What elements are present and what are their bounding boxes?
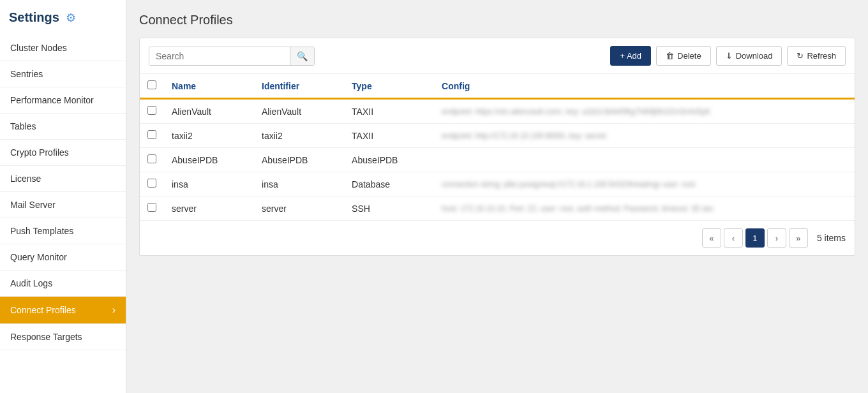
row-checkbox-3[interactable] xyxy=(147,179,156,188)
sidebar-item-performance-monitor[interactable]: Performance Monitor xyxy=(0,87,126,114)
row-checkbox-cell xyxy=(140,124,164,148)
cell-config: host: 172.16.10.10, Port: 22, user: root… xyxy=(434,196,855,221)
cell-type: AbuseIPDB xyxy=(344,148,434,172)
download-icon: ⇓ xyxy=(726,51,733,61)
page-first-button[interactable]: « xyxy=(702,228,721,248)
sidebar-item-audit-logs[interactable]: Audit Logs xyxy=(0,271,126,297)
cell-type: TAXII xyxy=(344,99,434,124)
sidebar-title: Settings xyxy=(9,10,59,25)
sidebar-item-push-templates[interactable]: Push Templates xyxy=(0,218,126,244)
cell-identifier: AlienVault xyxy=(254,99,344,124)
refresh-button[interactable]: ↻ Refresh xyxy=(787,46,846,66)
col-name: Name xyxy=(164,74,254,99)
cell-name: server xyxy=(164,196,254,221)
cell-identifier: AbuseIPDB xyxy=(254,148,344,172)
cell-identifier: taxii2 xyxy=(254,124,344,148)
row-checkbox-4[interactable] xyxy=(147,203,156,212)
table-header-row: Name Identifier Type Config xyxy=(140,74,855,99)
cell-type: TAXII xyxy=(344,124,434,148)
cell-name: insa xyxy=(164,172,254,196)
cell-config xyxy=(434,148,855,172)
sidebar-item-license[interactable]: License xyxy=(0,166,126,192)
sidebar-item-connect-profiles[interactable]: Connect Profiles› xyxy=(0,297,126,324)
page-current-button[interactable]: 1 xyxy=(745,228,765,248)
refresh-icon: ↻ xyxy=(797,51,804,61)
select-all-col xyxy=(140,74,164,99)
cell-name: AbuseIPDB xyxy=(164,148,254,172)
items-count: 5 items xyxy=(817,233,846,243)
page-next-button[interactable]: › xyxy=(767,228,786,248)
search-wrapper: 🔍 xyxy=(149,47,315,66)
sidebar-item-mail-server[interactable]: Mail Server xyxy=(0,192,126,218)
row-checkbox-1[interactable] xyxy=(147,130,156,139)
sidebar-item-tables[interactable]: Tables xyxy=(0,114,126,140)
cell-type: SSH xyxy=(344,196,434,221)
sidebar-item-cluster-nodes[interactable]: Cluster Nodes xyxy=(0,35,126,61)
trash-icon: 🗑 xyxy=(666,51,674,61)
table-row: insainsaDatabaseconnection string: jdbc:… xyxy=(140,172,855,196)
page-last-button[interactable]: » xyxy=(789,228,808,248)
row-checkbox-0[interactable] xyxy=(147,106,156,115)
sidebar: Settings ⚙ Cluster NodesSentriesPerforma… xyxy=(0,0,126,393)
connect-profiles-card: 🔍 + Add 🗑 Delete ⇓ Download ↻ Refresh xyxy=(139,38,855,256)
main-content: Connect Profiles 🔍 + Add 🗑 Delete ⇓ Down… xyxy=(126,0,868,393)
cell-config: endpoint: https://otx.alienvault.com/, k… xyxy=(434,99,855,124)
table-row: taxii2taxii2TAXIIendpoint: http://172.16… xyxy=(140,124,855,148)
page-prev-button[interactable]: ‹ xyxy=(724,228,743,248)
chevron-right-icon: › xyxy=(112,304,116,316)
cell-config: connection string: jdbc:postgresql://172… xyxy=(434,172,855,196)
search-button[interactable]: 🔍 xyxy=(290,47,314,65)
sidebar-header: Settings ⚙ xyxy=(0,0,126,35)
table-row: AbuseIPDBAbuseIPDBAbuseIPDB xyxy=(140,148,855,172)
sidebar-item-crypto-profiles[interactable]: Crypto Profiles xyxy=(0,140,126,166)
add-button[interactable]: + Add xyxy=(610,46,651,66)
select-all-checkbox[interactable] xyxy=(147,80,156,89)
cell-name: taxii2 xyxy=(164,124,254,148)
col-type: Type xyxy=(344,74,434,99)
row-checkbox-cell xyxy=(140,99,164,124)
search-input[interactable] xyxy=(149,47,290,65)
table-row: AlienVaultAlienVaultTAXIIendpoint: https… xyxy=(140,99,855,124)
pagination: « ‹ 1 › » 5 items xyxy=(140,221,855,255)
download-label: Download xyxy=(736,51,773,61)
cell-identifier: server xyxy=(254,196,344,221)
download-button[interactable]: ⇓ Download xyxy=(716,46,782,66)
toolbar: 🔍 + Add 🗑 Delete ⇓ Download ↻ Refresh xyxy=(140,38,855,74)
sidebar-item-query-monitor[interactable]: Query Monitor xyxy=(0,244,126,271)
gear-icon[interactable]: ⚙ xyxy=(66,11,76,25)
delete-button[interactable]: 🗑 Delete xyxy=(656,46,711,66)
refresh-label: Refresh xyxy=(807,51,836,61)
sidebar-item-sentries[interactable]: Sentries xyxy=(0,61,126,87)
col-config: Config xyxy=(434,74,855,99)
row-checkbox-cell xyxy=(140,196,164,221)
col-identifier: Identifier xyxy=(254,74,344,99)
cell-name: AlienVault xyxy=(164,99,254,124)
data-table: Name Identifier Type Config AlienVaultAl… xyxy=(140,74,855,221)
row-checkbox-cell xyxy=(140,148,164,172)
sidebar-item-response-targets[interactable]: Response Targets xyxy=(0,324,126,350)
table-row: serverserverSSHhost: 172.16.10.10, Port:… xyxy=(140,196,855,221)
row-checkbox-2[interactable] xyxy=(147,154,156,163)
delete-label: Delete xyxy=(677,51,701,61)
page-title: Connect Profiles xyxy=(139,13,855,27)
cell-type: Database xyxy=(344,172,434,196)
cell-identifier: insa xyxy=(254,172,344,196)
row-checkbox-cell xyxy=(140,172,164,196)
cell-config: endpoint: http://172.16.10.100:9000/, ke… xyxy=(434,124,855,148)
